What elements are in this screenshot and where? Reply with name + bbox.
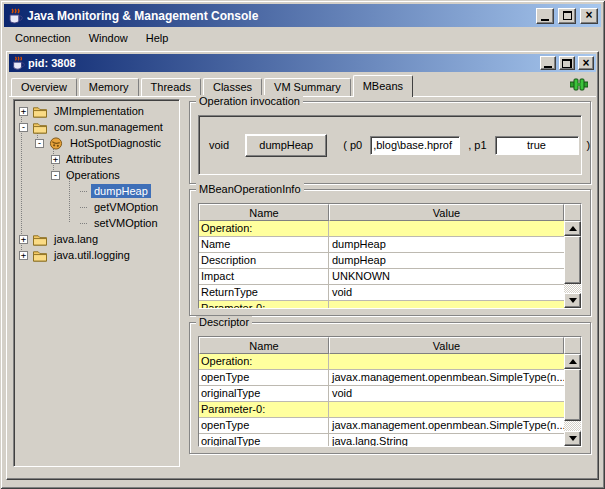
scroll-down-button[interactable]	[564, 293, 581, 308]
tree-item-attributes[interactable]: + Attributes	[16, 151, 179, 167]
tree-item-java-util-logging[interactable]: + java.util.logging	[16, 247, 179, 263]
table-row[interactable]: DescriptiondumpHeap	[199, 253, 564, 269]
minimize-icon	[544, 66, 552, 68]
table-row[interactable]: ReturnTypevoid	[199, 285, 564, 301]
mbean-detail-pane: Operation invocation void dumpHeap ( p0 …	[187, 97, 591, 467]
tree-collapse-icon[interactable]: -	[19, 123, 28, 132]
scrollbar-corner	[564, 204, 581, 221]
close-paren-label: )	[587, 139, 591, 151]
return-type-label: void	[209, 139, 229, 151]
tree-expand-icon[interactable]: +	[19, 235, 28, 244]
column-header-name[interactable]: Name	[199, 337, 329, 354]
column-header-value[interactable]: Value	[329, 204, 564, 221]
scroll-up-button[interactable]	[564, 221, 581, 236]
tree-collapse-icon[interactable]: -	[51, 171, 60, 180]
vertical-scrollbar[interactable]	[564, 354, 581, 446]
table-row[interactable]: Operation:	[199, 221, 564, 237]
tree-item-getvmoption[interactable]: getVMOption	[16, 199, 179, 215]
menu-window[interactable]: Window	[80, 29, 137, 47]
tree-item-label-selected[interactable]: dumpHeap	[91, 184, 151, 198]
tree-item-label[interactable]: com.sun.management	[51, 120, 166, 134]
tree-item-label[interactable]: JMImplementation	[51, 104, 147, 118]
folder-icon	[32, 121, 48, 134]
menu-bar: Connection Window Help	[4, 28, 601, 48]
menu-help[interactable]: Help	[137, 29, 178, 47]
tree-connector	[80, 223, 87, 224]
column-header-name[interactable]: Name	[199, 204, 329, 221]
table-body: Operation: openTypejavax.management.open…	[199, 354, 564, 446]
scrollbar-thumb[interactable]	[564, 369, 581, 421]
minimize-button[interactable]	[536, 8, 554, 24]
folder-icon	[32, 105, 48, 118]
maximize-icon	[563, 11, 572, 20]
tree-item-operations[interactable]: - Operations	[16, 167, 179, 183]
menu-connection[interactable]: Connection	[6, 29, 80, 47]
tree-item-label[interactable]: java.lang	[51, 232, 101, 246]
tab-strip: Overview Memory Threads Classes VM Summa…	[11, 74, 594, 96]
tree-item-jmimplementation[interactable]: + JMImplementation	[16, 103, 179, 119]
table-row[interactable]: Parameter-0:	[199, 402, 564, 418]
p0-input[interactable]	[370, 136, 460, 155]
close-button[interactable]: ×	[580, 8, 598, 24]
inner-window-title: pid: 3808	[28, 57, 537, 69]
tree-item-label[interactable]: setVMOption	[91, 216, 161, 230]
scrollbar-thumb[interactable]	[564, 236, 581, 284]
tree-item-com-sun-management[interactable]: - com.sun.management	[16, 119, 179, 135]
maximize-button[interactable]	[558, 8, 576, 24]
scrollbar-corner	[564, 337, 581, 354]
tab-overview[interactable]: Overview	[11, 78, 77, 96]
title-bar[interactable]: Java Monitoring & Management Console ×	[4, 4, 601, 27]
inner-title-bar[interactable]: pid: 3808 ×	[9, 54, 596, 72]
group-title: Operation invocation	[196, 95, 303, 107]
pid-internal-frame: pid: 3808 × Overview Memory Threads Clas…	[6, 51, 599, 480]
operation-invocation-group: Operation invocation void dumpHeap ( p0 …	[189, 101, 591, 184]
inner-minimize-button[interactable]	[540, 56, 556, 70]
column-header-value[interactable]: Value	[329, 337, 564, 354]
table-row[interactable]: openTypejavax.management.openmbean.Simpl…	[199, 370, 564, 386]
tree-expand-icon[interactable]: +	[51, 155, 60, 164]
inner-close-button[interactable]: ×	[578, 56, 594, 70]
table-row[interactable]: Operation:	[199, 354, 564, 370]
tree-item-label[interactable]: getVMOption	[91, 200, 161, 214]
tab-mbeans[interactable]: MBeans	[353, 75, 413, 97]
tab-threads[interactable]: Threads	[141, 78, 201, 96]
table-row[interactable]: originalTypevoid	[199, 386, 564, 402]
tree-collapse-icon[interactable]: -	[35, 139, 44, 148]
mbean-tree: + JMImplementation - com.sun.management …	[13, 99, 180, 467]
scroll-up-button[interactable]	[564, 354, 581, 369]
tree-item-label[interactable]: Attributes	[63, 152, 115, 166]
tree-connector	[80, 207, 87, 208]
tab-memory[interactable]: Memory	[79, 78, 139, 96]
tree-item-label[interactable]: java.util.logging	[51, 248, 133, 262]
tab-vm-summary[interactable]: VM Summary	[264, 78, 351, 96]
p0-label: ( p0	[343, 139, 362, 151]
restore-icon	[562, 59, 572, 68]
arrow-down-icon	[569, 436, 577, 441]
table-row[interactable]: Parameter-0:	[199, 301, 564, 309]
dumpheap-invoke-button[interactable]: dumpHeap	[245, 134, 327, 157]
java-frame-icon	[11, 56, 25, 70]
table-header: Name Value	[199, 337, 581, 354]
table-row[interactable]: openTypejavax.management.openmbean.Simpl…	[199, 418, 564, 434]
table-row[interactable]: NamedumpHeap	[199, 237, 564, 253]
tab-classes[interactable]: Classes	[203, 78, 262, 96]
table-row[interactable]: ImpactUNKNOWN	[199, 269, 564, 285]
inner-restore-button[interactable]	[559, 56, 575, 70]
tree-expand-icon[interactable]: +	[19, 251, 28, 260]
tree-item-dumpheap[interactable]: dumpHeap	[16, 183, 179, 199]
java-app-icon	[7, 8, 23, 24]
tree-item-label[interactable]: HotSpotDiagnostic	[67, 136, 164, 150]
tree-expand-icon[interactable]: +	[19, 107, 28, 116]
mbean-operation-info-group: MBeanOperationInfo Name Value Operation:…	[189, 189, 591, 316]
p1-input[interactable]	[495, 136, 579, 155]
tree-item-label[interactable]: Operations	[63, 168, 123, 182]
table-row[interactable]: originalTypejava.lang.String	[199, 434, 564, 447]
tree-item-java-lang[interactable]: + java.lang	[16, 231, 179, 247]
mbean-icon	[48, 137, 64, 150]
group-title: Descriptor	[196, 316, 252, 328]
tree-item-setvmoption[interactable]: setVMOption	[16, 215, 179, 231]
arrow-up-icon	[569, 226, 577, 231]
scroll-down-button[interactable]	[564, 431, 581, 446]
tree-item-hotspotdiagnostic[interactable]: - HotSpotDiagnostic	[16, 135, 179, 151]
vertical-scrollbar[interactable]	[564, 221, 581, 308]
